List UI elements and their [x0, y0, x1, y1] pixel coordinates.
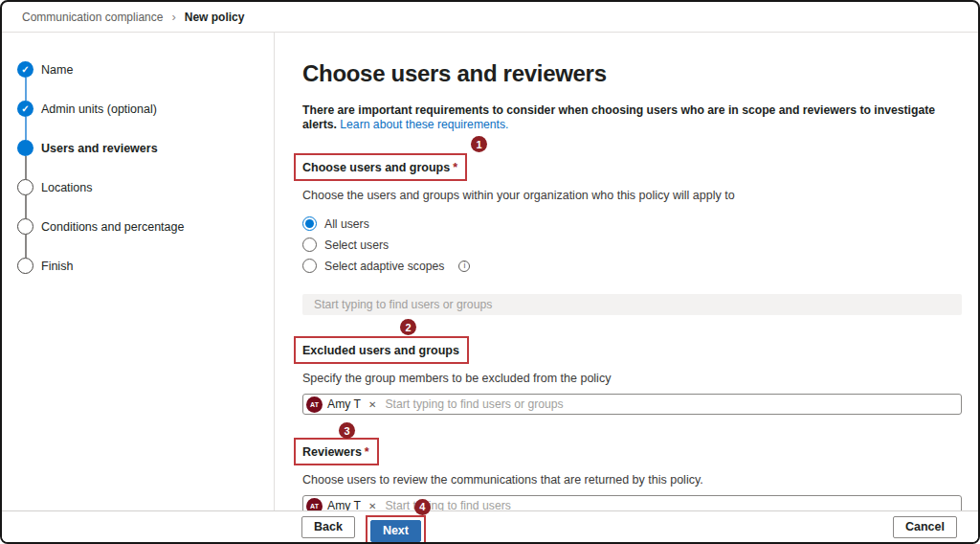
annotation-box-3: Reviewers*	[294, 438, 379, 465]
step-connector	[25, 78, 27, 101]
callout-badge-1: 1	[471, 136, 487, 152]
callout-badge-4: 4	[414, 499, 431, 515]
page-title: Choose users and reviewers	[302, 59, 962, 88]
annotation-box-2: Excluded users and groups	[294, 336, 469, 364]
learn-more-link[interactable]: Learn about these requirements.	[340, 118, 508, 131]
section-label: Excluded users and groups	[302, 344, 459, 357]
reviewers-input[interactable]	[383, 498, 955, 510]
step-completed-icon: ✓	[17, 61, 33, 78]
chip-name: Amy T	[327, 499, 361, 510]
remove-chip-icon[interactable]: ✕	[368, 399, 376, 410]
step-name[interactable]: ✓ Name	[17, 61, 274, 78]
step-connector	[25, 195, 27, 218]
info-icon[interactable]: i	[458, 261, 470, 272]
step-connector	[25, 235, 27, 258]
avatar: AT	[306, 498, 323, 511]
step-connector	[25, 156, 27, 179]
wizard-page-users-and-reviewers: Choose users and reviewers There are imp…	[275, 33, 978, 510]
page-intro: There are important requirements to cons…	[302, 103, 962, 132]
back-button[interactable]: Back	[301, 516, 355, 538]
section-label: Choose users and groups	[302, 161, 450, 174]
excluded-users-picker[interactable]: AT Amy T ✕	[302, 394, 962, 415]
step-upcoming-icon	[17, 218, 33, 235]
step-completed-icon: ✓	[17, 101, 33, 117]
radio-all-users[interactable]: All users	[302, 214, 962, 234]
step-locations: Locations	[17, 179, 274, 195]
section-excluded-users-and-groups: Excluded users and groups 2 Specify the …	[302, 336, 962, 415]
radio-selected-icon[interactable]	[302, 216, 317, 231]
person-chip: AT Amy T ✕	[306, 397, 376, 413]
required-asterisk: *	[453, 161, 457, 174]
step-upcoming-icon	[17, 179, 33, 195]
next-button[interactable]: Next	[370, 520, 421, 542]
section-choose-users-and-groups: Choose users and groups* 1 Choose the us…	[302, 153, 962, 315]
wizard-stepper: ✓ Name ✓ Admin units (optional) Users an…	[2, 33, 275, 510]
check-icon: ✓	[21, 64, 29, 75]
callout-badge-2: 2	[400, 319, 416, 335]
chip-name: Amy T	[327, 397, 361, 411]
step-finish: Finish	[17, 258, 274, 274]
annotation-box-1: Choose users and groups*	[294, 153, 467, 181]
step-upcoming-icon	[17, 258, 33, 274]
step-conditions-and-percentage: Conditions and percentage	[17, 218, 274, 235]
reviewers-picker[interactable]: AT Amy T ✕	[302, 495, 962, 510]
radio-unselected-icon[interactable]	[302, 238, 317, 252]
new-policy-wizard-window: Communication compliance › New policy ✓ …	[0, 0, 980, 544]
step-current-icon	[17, 140, 33, 156]
remove-chip-icon[interactable]: ✕	[368, 501, 376, 511]
person-chip: AT Amy T ✕	[306, 498, 376, 511]
section-reviewers: Reviewers* 3 Choose users to review the …	[302, 438, 962, 510]
annotation-box-4: Next 4	[366, 515, 426, 544]
breadcrumb: Communication compliance › New policy	[2, 2, 978, 33]
wizard-footer: Back Next 4 Cancel	[2, 510, 978, 542]
section-label: Reviewers	[302, 445, 362, 459]
cancel-button[interactable]: Cancel	[893, 516, 957, 538]
radio-unselected-icon[interactable]	[302, 259, 317, 273]
users-picker-disabled	[302, 294, 962, 315]
breadcrumb-item-communication-compliance[interactable]: Communication compliance	[22, 11, 163, 24]
callout-badge-3: 3	[339, 422, 355, 439]
step-users-and-reviewers[interactable]: Users and reviewers	[17, 140, 274, 156]
check-icon: ✓	[21, 103, 29, 114]
step-admin-units[interactable]: ✓ Admin units (optional)	[17, 101, 274, 117]
users-picker-input	[312, 297, 952, 312]
section-description: Choose the users and groups within your …	[302, 189, 962, 203]
section-description: Specify the group members to be excluded…	[302, 372, 962, 386]
users-scope-radio-group: All users Select users Select adaptive s…	[302, 214, 962, 276]
avatar: AT	[306, 397, 323, 413]
radio-select-adaptive-scopes[interactable]: Select adaptive scopes i	[302, 256, 962, 276]
step-connector	[25, 117, 27, 140]
breadcrumb-item-new-policy: New policy	[185, 11, 245, 24]
required-asterisk: *	[365, 445, 369, 459]
excluded-users-input[interactable]	[383, 397, 955, 412]
radio-select-users[interactable]: Select users	[302, 235, 962, 255]
breadcrumb-chevron-icon: ›	[171, 11, 175, 23]
section-description: Choose users to review the communication…	[302, 473, 962, 487]
